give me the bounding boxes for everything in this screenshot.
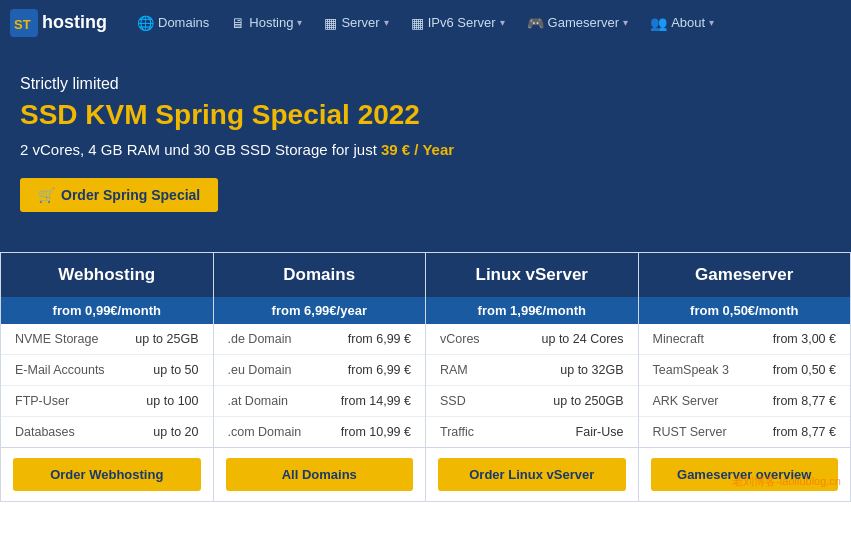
feature-label-2-0: vCores bbox=[440, 332, 480, 346]
feature-label-3-3: RUST Server bbox=[653, 425, 727, 439]
feature-value-2-3: Fair-Use bbox=[576, 425, 624, 439]
feature-row: FTP-User up to 100 bbox=[1, 386, 213, 417]
feature-value-0-2: up to 100 bbox=[146, 394, 198, 408]
hero-section: Strictly limited SSD KVM Spring Special … bbox=[0, 45, 851, 252]
feature-row: .com Domain from 10,99 € bbox=[214, 417, 426, 447]
card-header-1: Domains bbox=[214, 253, 426, 297]
feature-value-3-2: from 8,77 € bbox=[773, 394, 836, 408]
feature-row: Databases up to 20 bbox=[1, 417, 213, 447]
card-header-3: Gameserver bbox=[639, 253, 851, 297]
feature-label-1-2: .at Domain bbox=[228, 394, 288, 408]
feature-value-2-1: up to 32GB bbox=[560, 363, 623, 377]
nav-item-ipv6-server[interactable]: ▦IPv6 Server▾ bbox=[401, 0, 515, 45]
feature-row: .de Domain from 6,99 € bbox=[214, 324, 426, 355]
feature-value-0-0: up to 25GB bbox=[135, 332, 198, 346]
nav-icon-4: 🎮 bbox=[527, 15, 544, 31]
card-linux-vserver: Linux vServer from 1,99€/month vCores up… bbox=[426, 252, 639, 502]
nav-items: 🌐Domains🖥Hosting▾▦Server▾▦IPv6 Server▾🎮G… bbox=[127, 0, 841, 45]
nav-arrow-2: ▾ bbox=[384, 17, 389, 28]
feature-value-3-0: from 3,00 € bbox=[773, 332, 836, 346]
nav-label-4: Gameserver bbox=[548, 15, 620, 30]
nav-item-server[interactable]: ▦Server▾ bbox=[314, 0, 398, 45]
card-price-1: from 6,99€/year bbox=[214, 297, 426, 324]
nav-label-3: IPv6 Server bbox=[428, 15, 496, 30]
card-order-button-3[interactable]: Gameserver overview bbox=[651, 458, 839, 491]
feature-value-3-3: from 8,77 € bbox=[773, 425, 836, 439]
feature-label-0-1: E-Mail Accounts bbox=[15, 363, 105, 377]
nav-arrow-1: ▾ bbox=[297, 17, 302, 28]
feature-row: E-Mail Accounts up to 50 bbox=[1, 355, 213, 386]
feature-value-2-0: up to 24 Cores bbox=[542, 332, 624, 346]
nav-item-domains[interactable]: 🌐Domains bbox=[127, 0, 219, 45]
feature-row: vCores up to 24 Cores bbox=[426, 324, 638, 355]
hero-desc: 2 vCores, 4 GB RAM und 30 GB SSD Storage… bbox=[20, 141, 831, 158]
card-domains: Domains from 6,99€/year .de Domain from … bbox=[214, 252, 427, 502]
feature-value-3-1: from 0,50 € bbox=[773, 363, 836, 377]
card-footer-0: Order Webhosting bbox=[1, 447, 213, 501]
feature-row: .eu Domain from 6,99 € bbox=[214, 355, 426, 386]
feature-label-2-2: SSD bbox=[440, 394, 466, 408]
feature-label-2-3: Traffic bbox=[440, 425, 474, 439]
hero-desc-prefix: 2 vCores, 4 GB RAM und 30 GB SSD Storage… bbox=[20, 141, 381, 158]
nav-icon-2: ▦ bbox=[324, 15, 337, 31]
feature-row: Traffic Fair-Use bbox=[426, 417, 638, 447]
card-price-3: from 0,50€/month bbox=[639, 297, 851, 324]
nav-label-2: Server bbox=[341, 15, 379, 30]
feature-value-2-2: up to 250GB bbox=[553, 394, 623, 408]
card-price-0: from 0,99€/month bbox=[1, 297, 213, 324]
nav-label-1: Hosting bbox=[249, 15, 293, 30]
hero-title: SSD KVM Spring Special 2022 bbox=[20, 99, 831, 131]
card-order-button-0[interactable]: Order Webhosting bbox=[13, 458, 201, 491]
card-header-0: Webhosting bbox=[1, 253, 213, 297]
cards-row: Webhosting from 0,99€/month NVME Storage… bbox=[0, 252, 851, 502]
nav-arrow-5: ▾ bbox=[709, 17, 714, 28]
card-features-3: Minecraft from 3,00 € TeamSpeak 3 from 0… bbox=[639, 324, 851, 447]
nav-icon-1: 🖥 bbox=[231, 15, 245, 31]
card-webhosting: Webhosting from 0,99€/month NVME Storage… bbox=[0, 252, 214, 502]
card-gameserver: Gameserver from 0,50€/month Minecraft fr… bbox=[639, 252, 852, 502]
feature-label-0-2: FTP-User bbox=[15, 394, 69, 408]
card-features-2: vCores up to 24 Cores RAM up to 32GB SSD… bbox=[426, 324, 638, 447]
hero-limited-text: Strictly limited bbox=[20, 75, 831, 93]
feature-label-2-1: RAM bbox=[440, 363, 468, 377]
feature-row: RUST Server from 8,77 € bbox=[639, 417, 851, 447]
feature-label-3-2: ARK Server bbox=[653, 394, 719, 408]
nav-icon-5: 👥 bbox=[650, 15, 667, 31]
card-order-button-2[interactable]: Order Linux vServer bbox=[438, 458, 626, 491]
logo-text: hosting bbox=[42, 12, 107, 33]
feature-value-1-2: from 14,99 € bbox=[341, 394, 411, 408]
feature-value-1-3: from 10,99 € bbox=[341, 425, 411, 439]
card-header-2: Linux vServer bbox=[426, 253, 638, 297]
logo-icon: ST bbox=[10, 9, 38, 37]
card-footer-3: Gameserver overview bbox=[639, 447, 851, 501]
nav-label-5: About bbox=[671, 15, 705, 30]
feature-label-0-0: NVME Storage bbox=[15, 332, 98, 346]
card-footer-2: Order Linux vServer bbox=[426, 447, 638, 501]
feature-label-1-1: .eu Domain bbox=[228, 363, 292, 377]
feature-row: TeamSpeak 3 from 0,50 € bbox=[639, 355, 851, 386]
card-order-button-1[interactable]: All Domains bbox=[226, 458, 414, 491]
feature-label-1-0: .de Domain bbox=[228, 332, 292, 346]
nav-icon-0: 🌐 bbox=[137, 15, 154, 31]
nav-item-about[interactable]: 👥About▾ bbox=[640, 0, 724, 45]
feature-value-0-1: up to 50 bbox=[153, 363, 198, 377]
hero-price: 39 € / Year bbox=[381, 141, 454, 158]
feature-value-1-0: from 6,99 € bbox=[348, 332, 411, 346]
feature-row: NVME Storage up to 25GB bbox=[1, 324, 213, 355]
cards-section: Webhosting from 0,99€/month NVME Storage… bbox=[0, 252, 851, 502]
card-price-2: from 1,99€/month bbox=[426, 297, 638, 324]
nav-arrow-4: ▾ bbox=[623, 17, 628, 28]
feature-value-1-1: from 6,99 € bbox=[348, 363, 411, 377]
feature-label-1-3: .com Domain bbox=[228, 425, 302, 439]
nav-item-hosting[interactable]: 🖥Hosting▾ bbox=[221, 0, 312, 45]
order-spring-special-button[interactable]: 🛒 Order Spring Special bbox=[20, 178, 218, 212]
cart-icon: 🛒 bbox=[38, 187, 55, 203]
nav-arrow-3: ▾ bbox=[500, 17, 505, 28]
feature-label-3-0: Minecraft bbox=[653, 332, 704, 346]
logo[interactable]: ST hosting bbox=[10, 9, 107, 37]
nav-item-gameserver[interactable]: 🎮Gameserver▾ bbox=[517, 0, 639, 45]
feature-row: RAM up to 32GB bbox=[426, 355, 638, 386]
card-features-0: NVME Storage up to 25GB E-Mail Accounts … bbox=[1, 324, 213, 447]
svg-text:ST: ST bbox=[14, 17, 31, 32]
nav-label-0: Domains bbox=[158, 15, 209, 30]
